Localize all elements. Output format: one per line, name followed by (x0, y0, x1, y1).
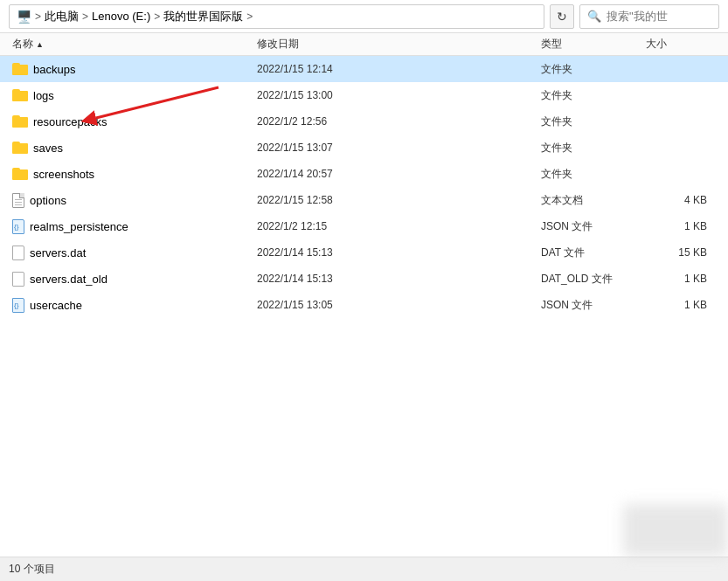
file-modified: 2022/1/15 12:58 (257, 194, 541, 206)
json-icon (12, 219, 24, 234)
table-row[interactable]: resourcepacks 2022/1/2 12:56 文件夹 (0, 108, 728, 135)
file-modified: 2022/1/2 12:56 (257, 115, 541, 128)
table-row[interactable]: servers.dat_old 2022/1/14 15:13 DAT_OLD … (0, 266, 728, 292)
file-name: servers.dat (30, 246, 86, 259)
file-name-cell: backups (12, 63, 257, 76)
file-name: servers.dat_old (30, 273, 107, 286)
col-type[interactable]: 类型 (541, 37, 646, 52)
file-name-cell: saves (12, 142, 257, 155)
col-size[interactable]: 大小 (646, 37, 716, 52)
file-type: 文件夹 (541, 62, 646, 77)
file-modified: 2022/1/15 13:05 (257, 299, 541, 311)
file-size: 4 KB (646, 194, 716, 206)
breadcrumb-lenovo[interactable]: Lenovo (E:) (92, 10, 150, 23)
folder-icon (12, 168, 28, 180)
file-name-cell: resourcepacks (12, 115, 257, 128)
table-row[interactable]: logs 2022/1/15 13:00 文件夹 (0, 82, 728, 108)
doc-icon (12, 193, 24, 208)
sep2: > (82, 10, 88, 23)
file-size: 1 KB (646, 299, 716, 311)
breadcrumb-this-pc[interactable]: 此电脑 (45, 9, 79, 24)
file-name: logs (33, 89, 54, 102)
table-row[interactable]: saves 2022/1/15 13:07 文件夹 (0, 135, 728, 161)
file-name-cell: usercache (12, 298, 257, 313)
folder-icon (12, 89, 28, 101)
sep4: > (246, 10, 253, 23)
table-row[interactable]: options 2022/1/15 12:58 文本文档 4 KB (0, 187, 728, 213)
file-name: options (30, 194, 66, 207)
status-items-count: 10 个项目 (9, 562, 55, 577)
json-icon (12, 298, 24, 313)
table-row[interactable]: backups 2022/1/15 12:14 文件夹 (0, 56, 728, 82)
file-name: backups (33, 63, 75, 76)
dat-icon (12, 246, 24, 260)
file-type: 文本文档 (541, 193, 646, 208)
file-modified: 2022/1/15 13:00 (257, 89, 541, 101)
address-bar: 🖥️ > 此电脑 > Lenovo (E:) > 我的世界国际版 > ↻ 🔍 (0, 0, 728, 33)
table-row[interactable]: realms_persistence 2022/1/2 12:15 JSON 文… (0, 213, 728, 239)
column-headers: 名称 修改日期 类型 大小 (0, 33, 728, 56)
folder-icon (12, 63, 28, 75)
folder-icon (12, 115, 28, 128)
file-name: realms_persistence (30, 220, 128, 233)
file-type: DAT 文件 (541, 246, 646, 260)
file-name: saves (33, 142, 63, 155)
file-rows: backups 2022/1/15 12:14 文件夹 logs 2022/1/… (0, 56, 728, 318)
search-box[interactable]: 🔍 (579, 4, 719, 29)
this-pc-icon: 🖥️ (17, 10, 31, 24)
file-modified: 2022/1/15 12:14 (257, 63, 541, 75)
file-list-container: 名称 修改日期 类型 大小 backups 2022/1/15 12:14 文件… (0, 33, 728, 557)
file-type: DAT_OLD 文件 (541, 272, 646, 287)
status-bar: 10 个项目 (0, 557, 728, 581)
sep3: > (154, 10, 160, 23)
file-name: usercache (30, 299, 82, 312)
file-modified: 2022/1/14 20:57 (257, 168, 541, 180)
table-row[interactable]: servers.dat 2022/1/14 15:13 DAT 文件 15 KB (0, 239, 728, 266)
search-icon: 🔍 (587, 10, 601, 23)
file-modified: 2022/1/2 12:15 (257, 220, 541, 232)
file-modified: 2022/1/14 15:13 (257, 273, 541, 285)
file-modified: 2022/1/14 15:13 (257, 246, 541, 259)
dat-icon (12, 272, 24, 287)
file-size: 1 KB (646, 273, 716, 285)
file-modified: 2022/1/15 13:07 (257, 142, 541, 154)
search-input[interactable] (607, 10, 711, 23)
sep1: > (35, 10, 41, 23)
file-type: 文件夹 (541, 167, 646, 182)
col-modified[interactable]: 修改日期 (257, 37, 541, 52)
table-row[interactable]: screenshots 2022/1/14 20:57 文件夹 (0, 161, 728, 187)
table-row[interactable]: usercache 2022/1/15 13:05 JSON 文件 1 KB (0, 292, 728, 318)
file-type: JSON 文件 (541, 298, 646, 313)
file-name-cell: options (12, 193, 257, 208)
file-size: 15 KB (646, 246, 716, 259)
file-name: resourcepacks (33, 115, 107, 128)
file-name-cell: realms_persistence (12, 219, 257, 234)
breadcrumb-minecraft[interactable]: 我的世界国际版 (163, 9, 243, 24)
blur-overlay (623, 504, 728, 557)
col-name[interactable]: 名称 (12, 37, 257, 52)
file-type: JSON 文件 (541, 219, 646, 234)
file-name-cell: servers.dat (12, 246, 257, 260)
file-name-cell: logs (12, 89, 257, 102)
file-name: screenshots (33, 168, 94, 181)
file-size: 1 KB (646, 220, 716, 232)
refresh-button[interactable]: ↻ (550, 4, 574, 29)
file-explorer-window: 🖥️ > 此电脑 > Lenovo (E:) > 我的世界国际版 > ↻ 🔍 名… (0, 0, 728, 581)
file-name-cell: screenshots (12, 168, 257, 181)
file-type: 文件夹 (541, 114, 646, 129)
breadcrumb[interactable]: 🖥️ > 此电脑 > Lenovo (E:) > 我的世界国际版 > (9, 4, 544, 29)
file-name-cell: servers.dat_old (12, 272, 257, 287)
folder-icon (12, 142, 28, 154)
file-type: 文件夹 (541, 88, 646, 103)
file-type: 文件夹 (541, 141, 646, 156)
